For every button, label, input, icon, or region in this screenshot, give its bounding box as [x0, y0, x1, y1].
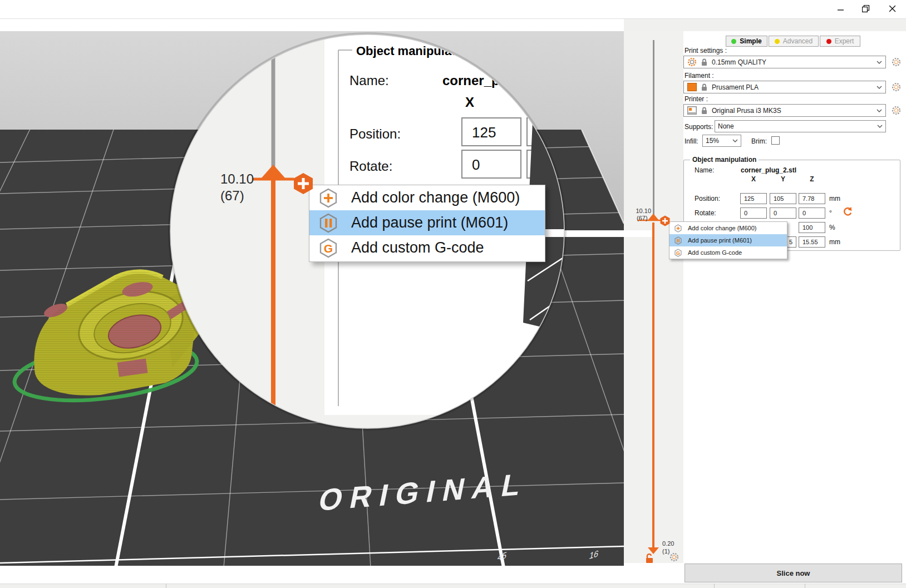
magnified-name-label: Name:	[349, 73, 389, 88]
slice-now-button[interactable]: Slice now	[685, 564, 902, 582]
slice-now-label: Slice now	[777, 569, 810, 577]
prusaslicer-window: ORIGINAL 45 16	[0, 0, 906, 588]
magnified-slider-value: 10.10	[220, 171, 254, 186]
status-bar	[0, 584, 906, 588]
magnified-axis-x: X	[465, 95, 474, 110]
magnified-position-x: 125	[472, 124, 496, 141]
svg-text:G: G	[324, 242, 333, 255]
status-divider	[805, 584, 805, 588]
menu-item-label: Add color change (M600)	[351, 189, 520, 206]
magnified-rotate-label: Rotate:	[349, 159, 392, 174]
magnified-slider-layer: (67)	[220, 188, 244, 203]
pause-print-icon	[318, 213, 339, 234]
color-change-icon	[318, 187, 339, 209]
magnified-rotate-x: 0	[472, 156, 480, 173]
menu-item-label: Add pause print (M601)	[351, 214, 508, 231]
status-divider	[166, 584, 166, 588]
menu-item-add-pause-print[interactable]: Add pause print (M601)	[309, 210, 545, 235]
magnified-position-label: Position:	[349, 126, 401, 141]
menu-item-label: Add custom G-code	[351, 239, 484, 256]
magnifier-circle: Object manipulation Name: corner_plug_2.…	[0, 0, 906, 588]
status-divider	[714, 584, 715, 588]
custom-gcode-icon: G	[318, 238, 339, 259]
menu-item-add-color-change[interactable]: Add color change (M600)	[309, 185, 545, 210]
magnified-name-value: corner_plug_2.stl	[442, 73, 554, 88]
add-marker-hexagon-icon-magnified[interactable]	[291, 171, 316, 196]
menu-item-add-custom-gcode[interactable]: G Add custom G-code	[309, 235, 545, 260]
context-menu-magnified: Add color change (M600) Add pause print …	[309, 185, 545, 262]
